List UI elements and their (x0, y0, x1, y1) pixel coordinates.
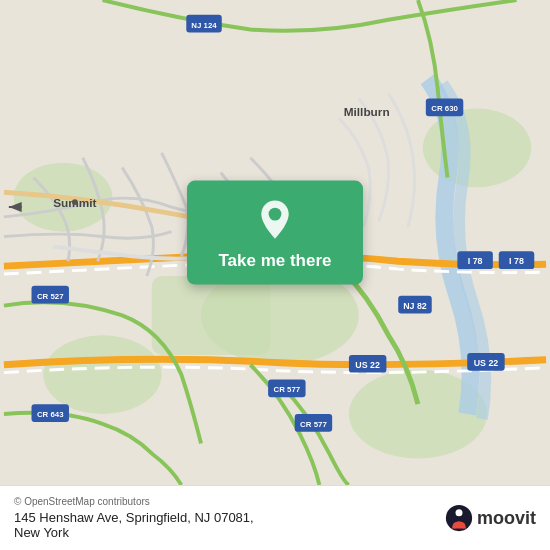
cta-card[interactable]: Take me there (187, 180, 363, 284)
svg-text:Millburn: Millburn (344, 105, 390, 119)
address-line2: New York (14, 525, 254, 540)
svg-text:I 78: I 78 (509, 256, 524, 266)
map-container[interactable]: I 78 I 78 US 22 US 22 NJ 82 NJ 124 CR 63… (0, 0, 550, 485)
svg-rect-5 (152, 276, 270, 355)
address-section: © OpenStreetMap contributors 145 Henshaw… (14, 496, 254, 540)
moovit-brand-text: moovit (477, 508, 536, 529)
moovit-logo-icon (445, 504, 473, 532)
svg-point-33 (269, 207, 282, 220)
svg-text:CR 577: CR 577 (300, 420, 327, 429)
svg-text:CR 527: CR 527 (37, 292, 64, 301)
svg-text:NJ 82: NJ 82 (403, 301, 427, 311)
moovit-logo: moovit (445, 504, 536, 532)
svg-text:I 78: I 78 (468, 256, 483, 266)
address-line1: 145 Henshaw Ave, Springfield, NJ 07081, (14, 510, 254, 525)
svg-point-1 (43, 335, 161, 414)
bottom-bar: © OpenStreetMap contributors 145 Henshaw… (0, 485, 550, 550)
svg-text:NJ 124: NJ 124 (191, 21, 217, 30)
svg-text:CR 577: CR 577 (273, 385, 300, 394)
svg-text:CR 630: CR 630 (431, 104, 458, 113)
svg-point-35 (455, 509, 462, 516)
svg-point-29 (72, 199, 78, 205)
svg-text:CR 643: CR 643 (37, 410, 64, 419)
cta-button-text: Take me there (218, 250, 331, 270)
app: I 78 I 78 US 22 US 22 NJ 82 NJ 124 CR 63… (0, 0, 550, 550)
svg-text:US 22: US 22 (474, 358, 499, 368)
location-pin-icon (254, 198, 296, 240)
copyright-text: © OpenStreetMap contributors (14, 496, 254, 507)
svg-text:US 22: US 22 (355, 360, 380, 370)
